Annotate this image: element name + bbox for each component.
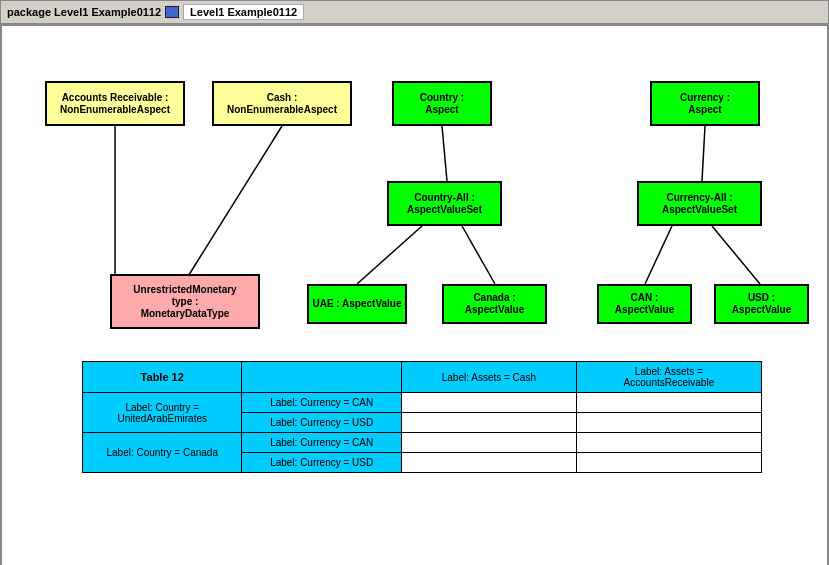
cell-uae-usd-ar <box>576 413 761 433</box>
row-uae-header: Label: Country =UnitedArabEmirates <box>83 393 242 433</box>
node-usd[interactable]: USD :AspectValue <box>714 284 809 324</box>
col-header-assets-cash: Label: Assets = Cash <box>401 362 576 393</box>
svg-line-6 <box>645 226 672 284</box>
node-unrestricted[interactable]: UnrestrictedMonetarytype :MonetaryDataTy… <box>110 274 260 329</box>
node-country-all[interactable]: Country-All :AspectValueSet <box>387 181 502 226</box>
node-can[interactable]: CAN :AspectValue <box>597 284 692 324</box>
node-canada[interactable]: Canada :AspectValue <box>442 284 547 324</box>
node-country-all-label: Country-All :AspectValueSet <box>407 192 482 216</box>
cell-canada-usd-ar <box>576 453 761 473</box>
node-cash-label: Cash :NonEnumerableAspect <box>227 92 337 116</box>
node-cash[interactable]: Cash :NonEnumerableAspect <box>212 81 352 126</box>
cell-uae-can-cash <box>401 393 576 413</box>
row-canada-header: Label: Country = Canada <box>83 433 242 473</box>
node-usd-label: USD :AspectValue <box>732 292 791 316</box>
node-accounts-receivable[interactable]: Accounts Receivable :NonEnumerableAspect <box>45 81 185 126</box>
node-can-label: CAN :AspectValue <box>615 292 674 316</box>
cell-canada-usd-cash <box>401 453 576 473</box>
node-uae-label: UAE : AspectValue <box>312 298 401 310</box>
cell-uae-can-ar <box>576 393 761 413</box>
node-currency-label: Currency :Aspect <box>680 92 730 116</box>
row-uae-can: Label: Currency = CAN <box>242 393 401 413</box>
node-uae[interactable]: UAE : AspectValue <box>307 284 407 324</box>
cell-canada-can-ar <box>576 433 761 453</box>
node-canada-label: Canada :AspectValue <box>465 292 524 316</box>
node-country[interactable]: Country :Aspect <box>392 81 492 126</box>
row-canada-can: Label: Currency = CAN <box>242 433 401 453</box>
node-country-label: Country :Aspect <box>420 92 464 116</box>
table-title: Table 12 <box>83 362 242 393</box>
cell-uae-usd-cash <box>401 413 576 433</box>
svg-line-4 <box>357 226 422 284</box>
svg-line-5 <box>462 226 495 284</box>
node-accounts-receivable-label: Accounts Receivable :NonEnumerableAspect <box>60 92 170 116</box>
col-header-empty <box>242 362 401 393</box>
data-table: Table 12 Label: Assets = Cash Label: Ass… <box>82 361 762 473</box>
svg-line-3 <box>702 126 705 181</box>
row-uae-usd: Label: Currency = USD <box>242 413 401 433</box>
cell-canada-can-cash <box>401 433 576 453</box>
node-currency-all-label: Currency-All :AspectValueSet <box>662 192 737 216</box>
node-unrestricted-label: UnrestrictedMonetarytype :MonetaryDataTy… <box>133 284 236 320</box>
main-content: Accounts Receivable :NonEnumerableAspect… <box>0 24 829 565</box>
tab-icon <box>165 6 179 18</box>
title-bar: package Level1 Example0112 Level1 Exampl… <box>0 0 829 24</box>
node-currency[interactable]: Currency :Aspect <box>650 81 760 126</box>
row-canada-usd: Label: Currency = USD <box>242 453 401 473</box>
node-currency-all[interactable]: Currency-All :AspectValueSet <box>637 181 762 226</box>
svg-line-1 <box>187 126 282 278</box>
tab-label[interactable]: Level1 Example0112 <box>183 4 304 20</box>
svg-line-2 <box>442 126 447 181</box>
table-area: Table 12 Label: Assets = Cash Label: Ass… <box>82 361 807 473</box>
package-label: package Level1 Example0112 <box>7 6 161 18</box>
col-header-assets-ar: Label: Assets =AccountsReceivable <box>576 362 761 393</box>
svg-line-7 <box>712 226 760 284</box>
